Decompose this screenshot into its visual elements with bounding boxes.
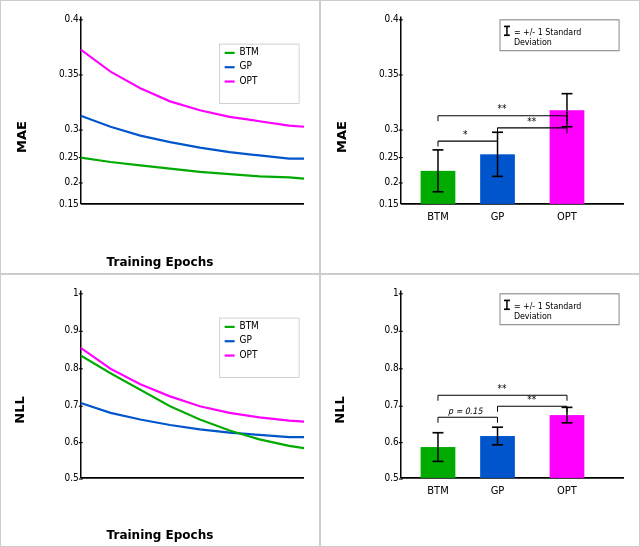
svg-text:GP: GP (491, 210, 505, 223)
svg-text:0.7: 0.7 (65, 399, 79, 411)
svg-text:GP: GP (491, 483, 505, 496)
svg-text:*: * (463, 128, 468, 140)
svg-text:1: 1 (73, 286, 79, 298)
svg-text:0.35: 0.35 (379, 68, 399, 80)
panel-bottom-right: NLL 1 0.9 0.8 0.7 0.6 0.5 BTM (320, 274, 640, 548)
svg-text:1: 1 (393, 286, 399, 298)
svg-text:Deviation: Deviation (514, 37, 552, 48)
svg-rect-85 (225, 354, 235, 356)
svg-text:0.6: 0.6 (65, 435, 79, 447)
panel-top-right: MAE 0.4 0.35 0.3 0.25 0.2 0.15 BTM (320, 0, 640, 274)
svg-text:0.3: 0.3 (65, 123, 79, 135)
svg-text:GP: GP (240, 333, 253, 345)
svg-text:0.2: 0.2 (65, 176, 79, 188)
svg-text:0.15: 0.15 (59, 198, 79, 210)
svg-text:**: ** (527, 393, 536, 405)
svg-text:0.35: 0.35 (59, 68, 79, 80)
svg-text:0.8: 0.8 (65, 361, 79, 373)
svg-text:**: ** (527, 115, 536, 127)
svg-text:0.15: 0.15 (379, 198, 399, 210)
svg-bottom-right: 1 0.9 0.8 0.7 0.6 0.5 BTM (371, 285, 629, 517)
svg-text:0.9: 0.9 (65, 324, 79, 336)
svg-rect-16 (225, 66, 235, 68)
svg-text:0.8: 0.8 (385, 361, 399, 373)
svg-text:BTM: BTM (427, 483, 448, 496)
svg-rect-18 (225, 80, 235, 82)
svg-text:0.4: 0.4 (65, 13, 79, 25)
svg-text:BTM: BTM (427, 210, 448, 223)
svg-text:0.6: 0.6 (385, 435, 399, 447)
y-label-bottom-left: NLL (12, 397, 27, 424)
svg-text:BTM: BTM (240, 319, 259, 331)
y-label-bottom-right: NLL (332, 397, 347, 424)
svg-text:OPT: OPT (240, 74, 258, 86)
y-label-top-left: MAE (14, 121, 29, 153)
svg-top-right: 0.4 0.35 0.3 0.25 0.2 0.15 BTM (371, 11, 629, 243)
svg-text:0.2: 0.2 (385, 176, 399, 188)
svg-text:Deviation: Deviation (514, 310, 552, 321)
svg-rect-14 (225, 52, 235, 54)
svg-text:**: ** (498, 382, 507, 394)
svg-text:OPT: OPT (557, 210, 577, 223)
panel-top-left: MAE Training Epochs 0.4 0.35 0.3 0.25 0.… (0, 0, 320, 274)
svg-text:0.3: 0.3 (385, 123, 399, 135)
panel-bottom-left: NLL Training Epochs 1 0.9 0.8 0.7 0.6 0.… (0, 274, 320, 548)
svg-text:0.5: 0.5 (385, 471, 399, 483)
svg-text:0.7: 0.7 (385, 399, 399, 411)
svg-text:0.25: 0.25 (379, 150, 399, 162)
svg-text:OPT: OPT (557, 483, 577, 496)
svg-text:GP: GP (240, 60, 253, 72)
svg-text:0.5: 0.5 (65, 471, 79, 483)
x-label-bottom-left: Training Epochs (107, 528, 214, 542)
svg-text:OPT: OPT (240, 348, 258, 360)
svg-rect-111 (550, 415, 585, 478)
x-label-top-left: Training Epochs (107, 255, 214, 269)
svg-top-left: 0.4 0.35 0.3 0.25 0.2 0.15 BTM GP OPT (51, 11, 309, 243)
svg-text:0.25: 0.25 (59, 150, 79, 162)
svg-text:BTM: BTM (240, 46, 259, 58)
svg-text:0.4: 0.4 (385, 13, 399, 25)
svg-text:0.9: 0.9 (385, 324, 399, 336)
svg-rect-81 (225, 325, 235, 327)
chart-grid: MAE Training Epochs 0.4 0.35 0.3 0.25 0.… (0, 0, 640, 547)
svg-bottom-left: 1 0.9 0.8 0.7 0.6 0.5 BTM GP (51, 285, 309, 517)
y-label-top-right: MAE (334, 121, 349, 153)
svg-rect-83 (225, 340, 235, 342)
svg-text:p = 0.15: p = 0.15 (448, 405, 483, 416)
svg-text:**: ** (498, 103, 507, 115)
